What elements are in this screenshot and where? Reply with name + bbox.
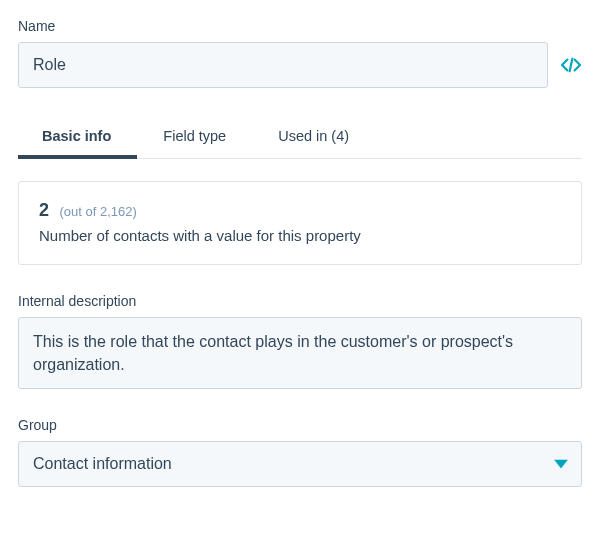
code-icon[interactable] xyxy=(560,56,582,74)
name-label: Name xyxy=(18,18,582,34)
name-row xyxy=(18,42,582,88)
tab-field-type[interactable]: Field type xyxy=(163,116,226,158)
group-selected-text: Contact information xyxy=(33,455,172,473)
stat-description: Number of contacts with a value for this… xyxy=(39,227,561,244)
svg-line-0 xyxy=(570,59,573,72)
internal-description-input[interactable] xyxy=(18,317,582,389)
name-input[interactable] xyxy=(18,42,548,88)
group-select[interactable]: Contact information xyxy=(18,441,582,487)
tab-used-in[interactable]: Used in (4) xyxy=(278,116,349,158)
internal-description-label: Internal description xyxy=(18,293,582,309)
usage-stat-card: 2 (out of 2,162) Number of contacts with… xyxy=(18,181,582,265)
stat-count: 2 xyxy=(39,200,49,220)
group-label: Group xyxy=(18,417,582,433)
stat-total: (out of 2,162) xyxy=(59,204,136,219)
tabs: Basic info Field type Used in (4) xyxy=(18,116,582,159)
stat-top: 2 (out of 2,162) xyxy=(39,200,561,221)
tab-basic-info[interactable]: Basic info xyxy=(42,116,111,158)
group-select-value[interactable]: Contact information xyxy=(18,441,582,487)
